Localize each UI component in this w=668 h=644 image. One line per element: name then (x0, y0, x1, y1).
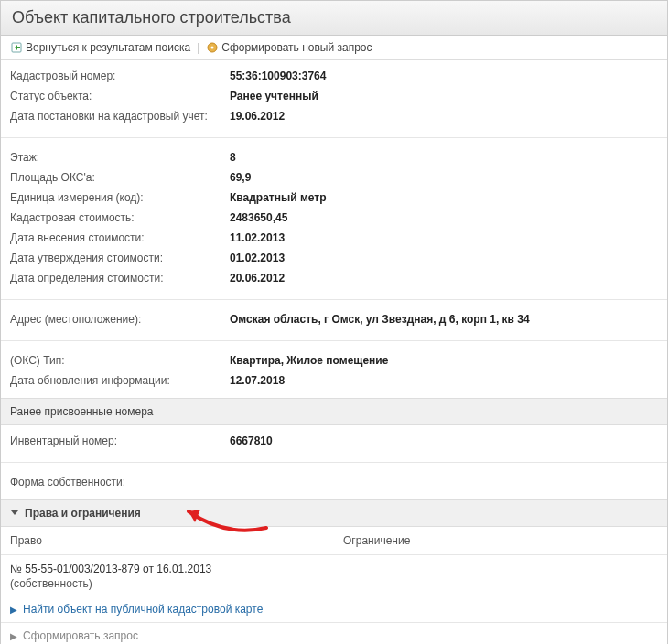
value: 55:36:100903:3764 (230, 70, 658, 82)
value: Омская область, г Омск, ул Звездная, д 6… (230, 313, 658, 326)
value: 20.06.2012 (230, 272, 658, 284)
divider (1, 137, 667, 138)
label: Дата постановки на кадастровый учет: (10, 110, 230, 123)
prop-oks-type: (ОКС) Тип: Квартира, Жилое помещение (10, 350, 658, 370)
triangle-right-icon: ▶ (10, 631, 17, 641)
back-to-results-link[interactable]: Вернуться к результатам поиска (10, 41, 190, 54)
make-request-row: ▶ Сформировать запрос (1, 623, 667, 644)
label: Дата утверждения стоимости: (10, 252, 230, 264)
toolbar-top: Вернуться к результатам поиска | Сформир… (1, 36, 667, 60)
rights-restrictions-toggle[interactable]: Права и ограничения (1, 499, 667, 527)
value: 19.06.2012 (230, 110, 658, 123)
prop-updated: Дата обновления информации: 12.07.2018 (10, 370, 658, 391)
prev-numbers-block: Инвентарный номер: 6667810 (1, 425, 667, 458)
value: 6667810 (230, 435, 658, 447)
page-title: Объект капитального строительства (1, 1, 667, 36)
value (230, 476, 658, 488)
col-right: Право (1, 527, 334, 554)
label: Форма собственности: (10, 476, 230, 488)
prev-numbers-heading: Ранее присвоенные номера (1, 398, 667, 425)
label: Адрес (местоположение): (10, 313, 230, 326)
label: Инвентарный номер: (10, 435, 230, 447)
divider (1, 299, 667, 300)
value: 11.02.2013 (230, 231, 658, 244)
gear-icon (206, 41, 219, 54)
prop-ownership-form: Форма собственности: (10, 472, 658, 492)
toolbar-separator: | (197, 41, 199, 54)
label: Дата определения стоимости: (10, 272, 230, 284)
value: 69,9 (230, 171, 658, 184)
rights-entry-number: № 55-55-01/003/2013-879 от 16.01.2013 (10, 563, 658, 575)
properties-group-1: Кадастровый номер: 55:36:100903:3764 Ста… (1, 60, 667, 134)
properties-group-2: Этаж: 8 Площадь ОКС'а: 69,9 Единица изме… (1, 142, 667, 295)
label: Статус объекта: (10, 90, 230, 102)
value: 8 (230, 151, 658, 164)
prop-unit: Единица измерения (код): Квадратный метр (10, 188, 658, 208)
ownership-form-block: Форма собственности: (1, 467, 667, 499)
prop-cad-value: Кадастровая стоимость: 2483650,45 (10, 208, 658, 228)
find-on-map-link[interactable]: Найти объект на публичной кадастровой ка… (23, 603, 263, 616)
value: Квартира, Жилое помещение (230, 354, 658, 367)
return-icon (10, 41, 23, 54)
rights-heading: Права и ограничения (25, 507, 141, 520)
rights-columns-header: Право Ограничение (1, 527, 667, 555)
prop-value-determined: Дата определения стоимости: 20.06.2012 (10, 268, 658, 288)
label: Этаж: (10, 151, 230, 164)
divider (1, 462, 667, 463)
value: 12.07.2018 (230, 374, 658, 387)
caret-down-icon (10, 507, 19, 520)
prop-status: Статус объекта: Ранее учтенный (10, 86, 658, 106)
prop-value-approved: Дата утверждения стоимости: 01.02.2013 (10, 248, 658, 268)
prop-value-entered: Дата внесения стоимости: 11.02.2013 (10, 228, 658, 248)
label: (ОКС) Тип: (10, 354, 230, 367)
prop-inventory-number: Инвентарный номер: 6667810 (10, 431, 658, 451)
value: 2483650,45 (230, 211, 658, 224)
col-restriction: Ограничение (334, 527, 667, 554)
prop-cadastral-number: Кадастровый номер: 55:36:100903:3764 (10, 66, 658, 86)
make-request-link[interactable]: Сформировать запрос (23, 629, 138, 642)
label: Кадастровый номер: (10, 70, 230, 82)
prop-reg-date: Дата постановки на кадастровый учет: 19.… (10, 106, 658, 126)
new-query-label: Сформировать новый запрос (221, 41, 372, 54)
main-panel: Объект капитального строительства Вернут… (0, 0, 668, 644)
prop-address: Адрес (местоположение): Омская область, … (10, 309, 658, 329)
label: Дата обновления информации: (10, 374, 230, 387)
label: Единица измерения (код): (10, 191, 230, 204)
label: Площадь ОКС'а: (10, 171, 230, 184)
svg-point-2 (211, 47, 214, 49)
value: Ранее учтенный (230, 90, 658, 102)
find-on-map-row: ▶ Найти объект на публичной кадастровой … (1, 596, 667, 623)
label: Дата внесения стоимости: (10, 231, 230, 244)
divider (1, 340, 667, 341)
properties-group-3: Адрес (местоположение): Омская область, … (1, 304, 667, 337)
back-label: Вернуться к результатам поиска (26, 41, 190, 54)
triangle-right-icon: ▶ (10, 605, 17, 615)
label: Кадастровая стоимость: (10, 211, 230, 224)
new-query-link[interactable]: Сформировать новый запрос (206, 41, 372, 54)
properties-group-4: (ОКС) Тип: Квартира, Жилое помещение Дат… (1, 345, 667, 398)
rights-entry-type: (собственность) (10, 577, 658, 590)
rights-entry: № 55-55-01/003/2013-879 от 16.01.2013 (с… (1, 555, 667, 596)
value: 01.02.2013 (230, 252, 658, 264)
prop-floor: Этаж: 8 (10, 147, 658, 167)
value: Квадратный метр (230, 191, 658, 204)
prop-area: Площадь ОКС'а: 69,9 (10, 167, 658, 188)
